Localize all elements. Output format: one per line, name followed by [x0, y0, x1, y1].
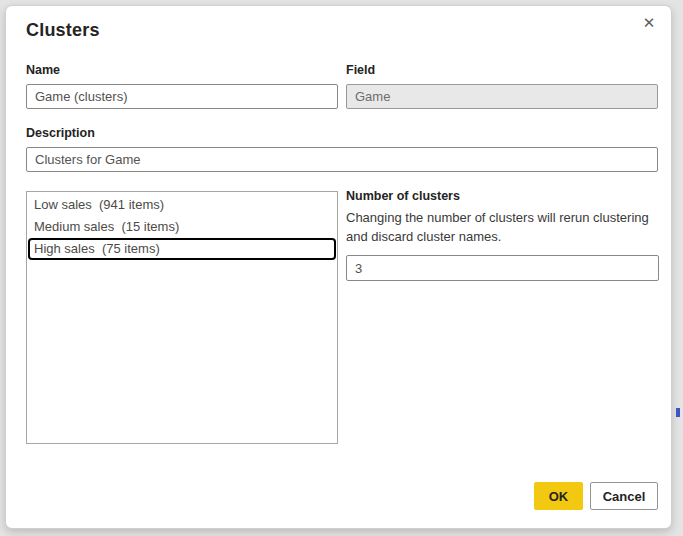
number-of-clusters-label: Number of clusters: [346, 189, 659, 203]
name-label: Name: [26, 63, 60, 77]
dialog-title: Clusters: [26, 20, 100, 41]
cluster-list-item[interactable]: Low sales (941 items): [27, 194, 337, 216]
name-input[interactable]: [26, 84, 338, 109]
cluster-listbox: Low sales (941 items) Medium sales (15 i…: [26, 191, 338, 444]
ok-button[interactable]: OK: [534, 482, 583, 510]
description-label: Description: [26, 126, 95, 140]
field-label: Field: [346, 63, 375, 77]
number-of-clusters-help-text: Changing the number of clusters will rer…: [346, 208, 659, 246]
number-of-clusters-panel: Number of clusters Changing the number o…: [346, 189, 659, 281]
description-input[interactable]: [26, 147, 658, 172]
scrollbar-thumb[interactable]: [676, 408, 680, 417]
clusters-dialog: Clusters ✕ Name Field Description Low sa…: [5, 5, 672, 529]
cancel-button[interactable]: Cancel: [590, 482, 658, 510]
close-icon[interactable]: ✕: [638, 12, 660, 34]
cluster-list-item-focused[interactable]: High sales (75 items): [28, 238, 336, 260]
field-input: [346, 84, 658, 109]
number-of-clusters-input[interactable]: [346, 255, 659, 281]
cluster-list-item[interactable]: Medium sales (15 items): [27, 216, 337, 238]
